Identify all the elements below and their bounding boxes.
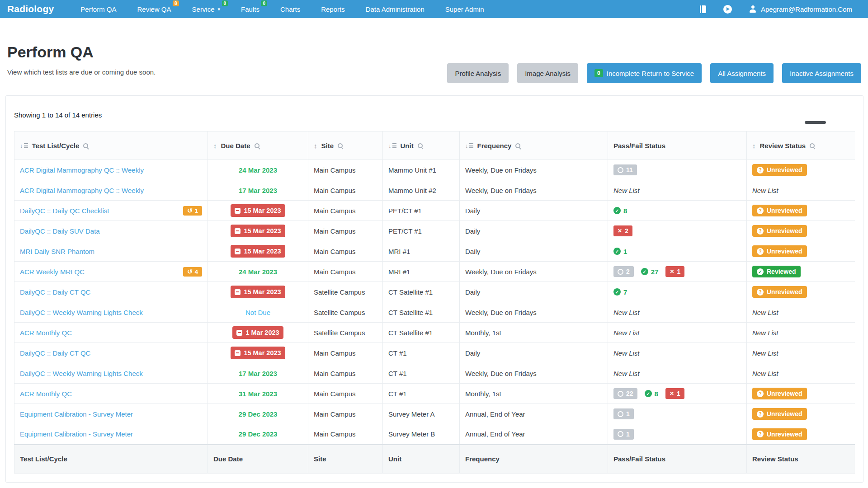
horizontal-scrollbar-thumb[interactable] [805, 121, 826, 124]
search-icon[interactable] [810, 143, 815, 148]
pass-count-badge[interactable]: ✓7 [613, 288, 627, 296]
nav-item-perform-qa[interactable]: Perform QA [70, 0, 127, 18]
cell-pass-fail: New List [608, 323, 747, 343]
test-cell-wrap: ACR Digital Mammography QC :: Weekly [20, 187, 202, 194]
nav-item-review-qa[interactable]: Review QA8 [127, 0, 182, 18]
test-list-link[interactable]: ACR Monthly QC [20, 329, 72, 337]
fail-count-badge[interactable]: ✕2 [613, 225, 632, 236]
docs-book-icon[interactable] [700, 5, 706, 13]
unreviewed-badge[interactable]: ?Unreviewed [752, 408, 807, 420]
cell-unit: CT #1 [383, 384, 460, 404]
count: 11 [626, 166, 633, 174]
not-performed-count-badge[interactable]: 2 [613, 266, 634, 277]
history-count-badge[interactable]: ↺1 [183, 206, 202, 216]
test-list-link[interactable]: DailyQC :: Daily CT QC [20, 288, 90, 296]
search-icon[interactable] [255, 143, 259, 148]
cell-site: Main Campus [308, 384, 383, 404]
test-list-link[interactable]: Equipment Calibration - Survey Meter [20, 430, 133, 438]
user-menu[interactable]: Apegram@Radformation.Com [749, 5, 852, 13]
column-header-frequency[interactable]: Frequency [460, 131, 608, 160]
column-header-review-status[interactable]: ↕Review Status [747, 131, 855, 160]
due-date-text: 31 Mar 2023 [239, 390, 277, 398]
unreviewed-badge[interactable]: ?Unreviewed [752, 388, 807, 399]
not-performed-count-badge[interactable]: 1 [613, 408, 634, 419]
search-icon[interactable] [418, 143, 423, 148]
nav-item-faults[interactable]: Faults0 [231, 0, 270, 18]
column-header-site[interactable]: ↕Site [308, 131, 383, 160]
cell-frequency: Daily [460, 343, 608, 363]
search-icon[interactable] [338, 143, 343, 148]
pass-count-badge[interactable]: ✓1 [613, 248, 627, 255]
sort-updown-icon[interactable]: ↕ [752, 142, 756, 150]
question-circle-icon: ? [757, 207, 764, 214]
cell-site: Main Campus [308, 241, 383, 262]
unreviewed-badge[interactable]: ?Unreviewed [752, 164, 807, 176]
sort-amount-icon[interactable] [465, 143, 473, 148]
test-list-link[interactable]: ACR Digital Mammography QC :: Weekly [20, 187, 144, 194]
test-list-link[interactable]: ACR Monthly QC [20, 390, 72, 398]
test-list-link[interactable]: DailyQC :: Weekly Warning Lights Check [20, 309, 143, 316]
unreviewed-badge[interactable]: ?Unreviewed [752, 245, 807, 257]
test-list-link[interactable]: DailyQC :: Daily SUV Data [20, 227, 100, 235]
fail-count-badge[interactable]: ✕1 [665, 388, 684, 399]
unreviewed-badge[interactable]: ?Unreviewed [752, 286, 807, 298]
test-list-link[interactable]: ACR Digital Mammography QC :: Weekly [20, 166, 144, 174]
pass-count-badge[interactable]: ✓27 [641, 268, 659, 276]
sort-updown-icon[interactable]: ↕ [314, 142, 317, 150]
review-status-label: Unreviewed [767, 248, 802, 255]
table-row: Equipment Calibration - Survey Meter29 D… [14, 404, 855, 424]
test-list-link[interactable]: Equipment Calibration - Survey Meter [20, 410, 133, 418]
image-analysis-button[interactable]: Image Analysis [517, 63, 578, 83]
unreviewed-badge[interactable]: ?Unreviewed [752, 225, 807, 237]
sort-amount-icon[interactable] [20, 143, 28, 148]
cell-pass-fail: 1 [608, 424, 747, 445]
column-header-inner: ↕Review Status [752, 142, 855, 150]
footer-column-pass-fail-status: Pass/Fail Status [608, 445, 747, 474]
column-header-due-date[interactable]: ↕Due Date [208, 131, 308, 160]
fail-count-badge[interactable]: ✕1 [665, 266, 684, 277]
cell-frequency: Annual, End of Year [460, 424, 608, 445]
test-list-link[interactable]: MRI Daily SNR Phantom [20, 248, 94, 255]
pass-fail-badges: 1 [613, 408, 741, 419]
new-list-label: New List [613, 349, 640, 357]
nav-item-service[interactable]: Service▾0 [182, 0, 231, 18]
column-header-test-list-cycle[interactable]: Test List/Cycle [14, 131, 208, 160]
incomplete-return-to-service-button[interactable]: 0Incomplete Return to Service [587, 63, 702, 83]
cell-frequency: Weekly, Due on Fridays [460, 302, 608, 323]
test-list-link[interactable]: ACR Weekly MRI QC [20, 268, 85, 276]
reviewed-badge[interactable]: ✓Reviewed [752, 266, 801, 277]
review-status-label: Unreviewed [767, 431, 802, 438]
app-brand[interactable]: Radiology [7, 4, 54, 14]
cell-review-status: ?Unreviewed [747, 160, 855, 180]
not-performed-count-badge[interactable]: 11 [613, 164, 637, 175]
sort-updown-icon[interactable]: ↕ [213, 142, 217, 150]
nav-item-charts[interactable]: Charts [270, 0, 311, 18]
pass-count-badge[interactable]: ✓8 [613, 207, 627, 215]
qa-table: Test List/Cycle↕Due Date↕SiteUnitFrequen… [14, 131, 855, 474]
test-list-link[interactable]: DailyQC :: Daily QC Checklist [20, 207, 109, 215]
check-circle-icon: ✓ [645, 390, 652, 397]
test-list-link[interactable]: DailyQC :: Weekly Warning Lights Check [20, 370, 143, 377]
inactive-assignments-button[interactable]: Inactive Assignments [782, 63, 861, 83]
column-header-unit[interactable]: Unit [383, 131, 460, 160]
cell-test-list: DailyQC :: Weekly Warning Lights Check [14, 363, 208, 384]
nav-item-reports[interactable]: Reports [311, 0, 355, 18]
search-icon[interactable] [515, 143, 520, 148]
unreviewed-badge[interactable]: ?Unreviewed [752, 205, 807, 216]
test-list-link[interactable]: DailyQC :: Daily CT QC [20, 349, 90, 357]
tutorial-play-icon[interactable] [723, 5, 732, 14]
search-icon[interactable] [83, 143, 88, 148]
profile-analysis-button[interactable]: Profile Analysis [447, 63, 509, 83]
nav-item-data-administration[interactable]: Data Administration [355, 0, 435, 18]
history-count-badge[interactable]: ↺4 [183, 267, 202, 277]
unreviewed-badge[interactable]: ?Unreviewed [752, 428, 807, 440]
not-performed-count-badge[interactable]: 22 [613, 388, 637, 399]
nav-item-super-admin[interactable]: Super Admin [435, 0, 495, 18]
sort-amount-icon[interactable] [388, 143, 396, 148]
cell-pass-fail: ✓8 [608, 201, 747, 221]
pass-count-badge[interactable]: ✓8 [645, 390, 658, 398]
all-assignments-button[interactable]: All Assignments [710, 63, 774, 83]
cell-test-list: Equipment Calibration - Survey Meter [14, 424, 208, 445]
cell-unit: Survey Meter A [383, 404, 460, 424]
not-performed-count-badge[interactable]: 1 [613, 429, 634, 440]
